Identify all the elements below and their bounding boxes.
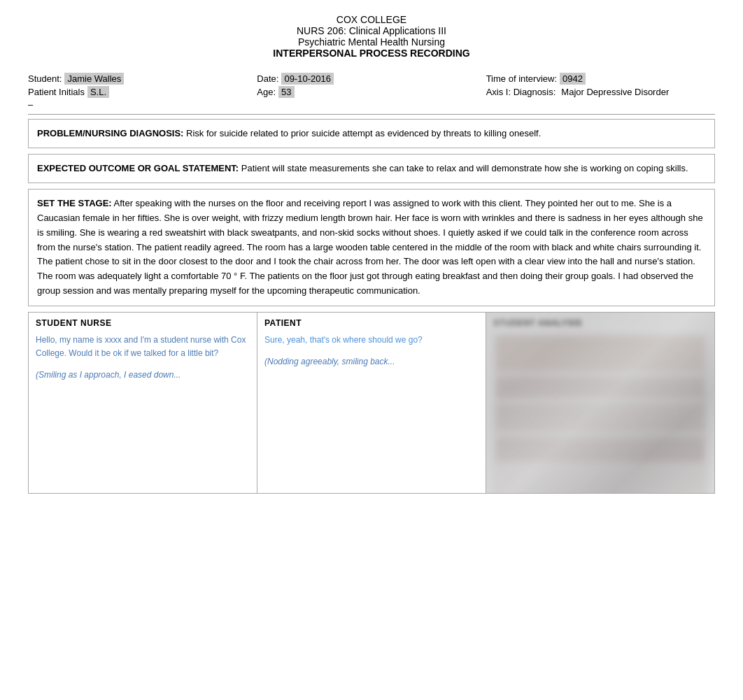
set-stage-text: After speaking with the nurses on the fl… (37, 198, 703, 296)
table-section: STUDENT NURSE Hello, my name is xxxx and… (28, 312, 715, 494)
time-field: Time of interview: 0942 (486, 73, 715, 85)
student-nurse-col: STUDENT NURSE Hello, my name is xxxx and… (29, 313, 257, 493)
set-stage-label: SET THE STAGE: (37, 198, 112, 208)
header-line3: Psychiatric Mental Health Nursing (28, 36, 715, 48)
info-row-2: Patient Initials S.L. Age: 53 Axis I: Di… (28, 86, 715, 98)
info-row-1: Student: Jamie Walles Date: 09-10-2016 T… (28, 73, 715, 85)
axis-field: Axis I: Diagnosis: Major Depressive Diso… (486, 86, 715, 98)
problem-label: PROBLEM/NURSING DIAGNOSIS: (37, 128, 183, 138)
patient-col: PATIENT Sure, yeah, that's ok where shou… (257, 313, 486, 493)
patient-initials-value: S.L. (87, 86, 109, 98)
student-nurse-text1: Hello, my name is xxxx and I'm a student… (36, 334, 250, 360)
info-dash: – (28, 99, 715, 110)
student-field: Student: Jamie Walles (28, 73, 257, 85)
patient-initials-label: Patient Initials (28, 87, 85, 97)
divider-1 (28, 114, 715, 115)
expected-text: Patient will state measurements she can … (239, 163, 688, 173)
patient-text1: Sure, yeah, that's ok where should we go… (264, 334, 479, 347)
age-value: 53 (278, 86, 294, 98)
header-line1: COX COLLEGE (28, 14, 715, 25)
student-label: Student: (28, 73, 62, 84)
expected-label: EXPECTED OUTCOME OR GOAL STATEMENT: (37, 163, 239, 173)
problem-diagnosis-section: PROBLEM/NURSING DIAGNOSIS: Risk for suic… (28, 119, 715, 148)
axis-label: Axis I: Diagnosis: (486, 87, 556, 97)
document-header: COX COLLEGE NURS 206: Clinical Applicati… (28, 14, 715, 59)
student-info-section: Student: Jamie Walles Date: 09-10-2016 T… (28, 73, 715, 110)
patient-initials-field: Patient Initials S.L. (28, 86, 257, 98)
student-analysis-col: STUDENT ANALYSIS (486, 313, 714, 493)
set-stage-section: SET THE STAGE: After speaking with the n… (28, 189, 715, 306)
student-nurse-header: STUDENT NURSE (36, 318, 250, 328)
header-line2: NURS 206: Clinical Applications III (28, 25, 715, 36)
problem-text: Risk for suicide related to prior suicid… (183, 128, 541, 138)
date-field: Date: 09-10-2016 (257, 73, 486, 85)
time-value: 0942 (560, 73, 586, 85)
date-value: 09-10-2016 (281, 73, 334, 85)
header-line4: INTERPERSONAL PROCESS RECORDING (28, 48, 715, 59)
age-field: Age: 53 (257, 86, 486, 98)
patient-header: PATIENT (264, 318, 479, 328)
time-label: Time of interview: (486, 73, 557, 84)
axis-value: Major Depressive Disorder (558, 86, 672, 98)
student-nurse-text2: (Smiling as I approach, I eased down... (36, 369, 250, 382)
patient-text2: (Nodding agreeably, smiling back... (264, 355, 479, 369)
date-label: Date: (257, 73, 278, 84)
analysis-overlay (486, 313, 714, 493)
expected-outcome-section: EXPECTED OUTCOME OR GOAL STATEMENT: Pati… (28, 154, 715, 184)
student-value: Jamie Walles (64, 73, 124, 85)
page-wrapper: COX COLLEGE NURS 206: Clinical Applicati… (0, 0, 743, 700)
age-label: Age: (257, 87, 276, 97)
